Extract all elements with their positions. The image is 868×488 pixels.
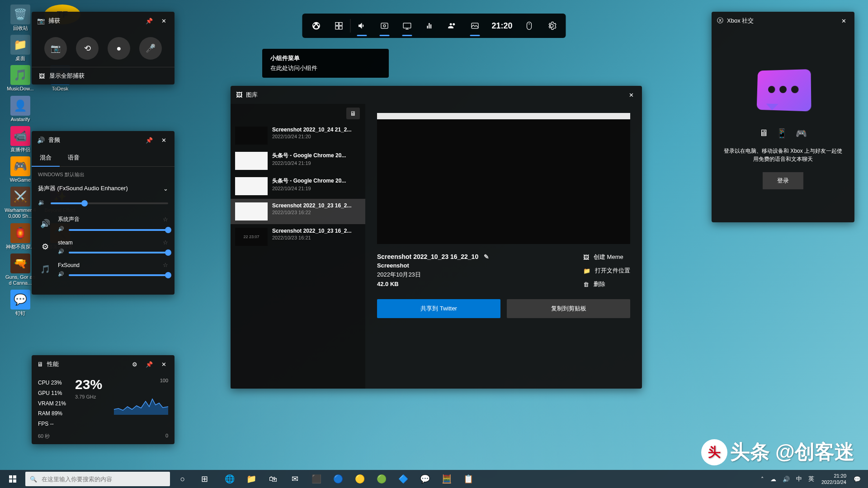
image-icon: 🖼: [583, 254, 589, 261]
gamebar-time: 21:20: [486, 21, 518, 31]
taskview-icon[interactable]: ⊞: [193, 470, 215, 488]
close-icon[interactable]: ✕: [158, 359, 169, 370]
chrome-icon[interactable]: 🔵: [327, 470, 349, 488]
desktop-icon-dingding[interactable]: 💬钉钉: [5, 290, 36, 316]
gamebar-toolbar: 21:20: [302, 14, 566, 38]
social-widget-icon[interactable]: [441, 14, 463, 38]
gallery-sidebar: 🖥 Screenshot 2022_10_24 21_2...2022/10/2…: [231, 104, 365, 389]
star-icon[interactable]: ☆: [163, 262, 168, 268]
pc-icon: 🖥: [759, 128, 768, 139]
ime-mode[interactable]: 英: [806, 475, 817, 483]
app-icon[interactable]: 🔷: [392, 470, 414, 488]
record-button[interactable]: ●: [108, 37, 130, 60]
settings-icon[interactable]: [541, 14, 563, 38]
close-icon[interactable]: ✕: [838, 15, 849, 26]
performance-icon[interactable]: [396, 14, 418, 38]
gallery-widget-icon[interactable]: [463, 14, 486, 38]
create-meme-button[interactable]: 🖼创建 Meme: [583, 253, 630, 261]
tray-cloud-icon[interactable]: ☁: [768, 476, 779, 483]
gallery-item[interactable]: 22 23:07 Screenshot 2022_10_23 16_2...20…: [231, 224, 365, 249]
edit-icon[interactable]: ✎: [484, 253, 489, 260]
ime-lang[interactable]: 中: [793, 475, 805, 483]
audio-device-select[interactable]: 扬声器 (FxSound Audio Enhancer)⌄: [32, 183, 175, 199]
wechat-icon[interactable]: 💬: [414, 470, 436, 488]
search-input[interactable]: [42, 476, 165, 483]
capture-title: 捕获: [48, 17, 140, 25]
pin-icon[interactable]: 📌: [144, 135, 155, 145]
delete-button[interactable]: 🗑删除: [583, 280, 630, 288]
app-volume-slider[interactable]: [69, 252, 168, 253]
gallery-icon: 🖼: [236, 91, 242, 99]
edge-icon[interactable]: 🌐: [219, 470, 241, 488]
tray-up-icon[interactable]: ˄: [758, 476, 767, 483]
audio-app-item: ⚙ steam☆ 🔊: [32, 235, 175, 258]
taskbar-clock[interactable]: 21:202022/10/24: [818, 473, 850, 486]
open-location-button[interactable]: 📁打开文件位置: [583, 267, 630, 275]
svg-rect-2: [403, 23, 411, 28]
show-all-captures[interactable]: 🖼显示全部捕获: [32, 67, 175, 84]
svg-rect-4: [527, 22, 532, 30]
options-icon[interactable]: ⚙: [129, 359, 140, 370]
mic-button[interactable]: 🎤: [139, 37, 162, 60]
app-icon[interactable]: ⬛: [306, 470, 327, 488]
pin-icon[interactable]: 📌: [144, 15, 155, 26]
perf-chart: [111, 388, 168, 415]
gallery-panel: 🖼 图库 ✕ 🖥 Screenshot 2022_10_24 21_2...20…: [231, 86, 642, 389]
gallery-filename: Screenshot 2022_10_23 16_22_10: [377, 253, 478, 260]
thumbnail: [235, 202, 268, 221]
close-icon[interactable]: ✕: [626, 89, 637, 100]
audio-icon[interactable]: [350, 14, 373, 38]
thumbnail: 22 23:07: [235, 228, 268, 246]
capture-icon[interactable]: [373, 14, 396, 38]
cortana-icon[interactable]: ○: [172, 470, 193, 488]
app-volume-slider[interactable]: [69, 274, 168, 276]
app-icon[interactable]: 🟢: [371, 470, 392, 488]
record-last-button[interactable]: ⟲: [76, 37, 99, 60]
gallery-item[interactable]: Screenshot 2022_10_24 21_2...2022/10/24 …: [231, 123, 365, 148]
app-icon: 🎵: [38, 262, 52, 277]
calculator-icon[interactable]: 🧮: [436, 470, 458, 488]
explorer-icon[interactable]: 📁: [241, 470, 262, 488]
copy-clipboard-button[interactable]: 复制到剪贴板: [507, 299, 630, 318]
resources-icon[interactable]: [418, 14, 441, 38]
gallery-filter-button[interactable]: 🖥: [346, 108, 360, 119]
screenshot-button[interactable]: 📷: [44, 37, 67, 60]
app-volume-slider[interactable]: [69, 229, 168, 231]
thumbnail: [235, 127, 268, 145]
share-twitter-button[interactable]: 共享到 Twitter: [377, 299, 500, 318]
app-icon[interactable]: 📋: [458, 470, 479, 488]
pin-icon[interactable]: 📌: [144, 359, 155, 370]
notifications-icon[interactable]: 💬: [851, 476, 863, 483]
start-button[interactable]: [2, 470, 24, 488]
chat-bubble-icon: [751, 63, 815, 117]
mail-icon[interactable]: ✉: [284, 470, 306, 488]
widgets-icon[interactable]: [327, 14, 350, 38]
gallery-title: 图库: [246, 91, 622, 99]
app-icon[interactable]: 🟡: [349, 470, 371, 488]
master-volume-slider[interactable]: [51, 202, 168, 204]
tray-volume-icon[interactable]: 🔊: [780, 476, 793, 483]
star-icon[interactable]: ☆: [163, 239, 168, 246]
gallery-item[interactable]: 头条号 - Google Chrome 20...2022/10/24 21:1…: [231, 174, 365, 199]
audio-panel: 🔊 音频 📌 ✕ 混合 语音 WINDOWS 默认输出 扬声器 (FxSound…: [32, 131, 175, 295]
xbox-icon[interactable]: [305, 14, 327, 38]
audio-app-item: 🔊 系统声音☆ 🔊: [32, 212, 175, 235]
close-icon[interactable]: ✕: [158, 135, 169, 145]
tab-mix[interactable]: 混合: [32, 149, 60, 166]
gallery-item[interactable]: 头条号 - Google Chrome 20...2022/10/24 21:1…: [231, 148, 365, 174]
store-icon[interactable]: 🛍: [262, 470, 284, 488]
desktop-icon-avatarify[interactable]: 👤Avatarify: [5, 96, 36, 122]
search-box[interactable]: 🔍: [25, 472, 170, 486]
tab-voice[interactable]: 语音: [60, 149, 88, 166]
camera-icon: 📷: [37, 17, 45, 24]
audio-section-label: WINDOWS 默认输出: [32, 167, 175, 183]
trash-icon: 🗑: [583, 281, 589, 288]
close-icon[interactable]: ✕: [158, 15, 169, 26]
speaker-icon: 🔊: [37, 136, 45, 144]
gallery-item[interactable]: Screenshot 2022_10_23 16_2...2022/10/23 …: [231, 199, 365, 224]
mouse-icon[interactable]: [518, 14, 541, 38]
star-icon[interactable]: ☆: [163, 216, 168, 223]
svg-point-1: [383, 25, 386, 27]
social-title: Xbox 社交: [727, 17, 835, 25]
login-button[interactable]: 登录: [763, 172, 803, 189]
